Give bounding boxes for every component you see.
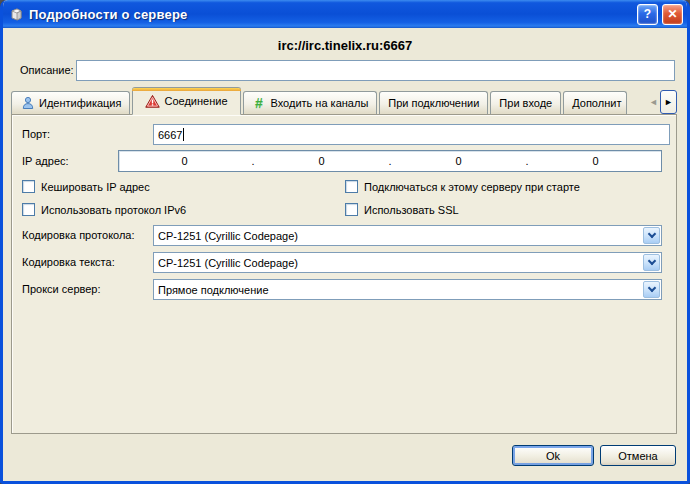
person-icon	[20, 96, 35, 111]
checkbox-row-cache-ip: Кешировать IP адрес	[22, 179, 150, 194]
tab-label: При подключении	[388, 97, 479, 109]
help-button[interactable]: ?	[637, 4, 658, 25]
port-label: Порт:	[22, 128, 50, 140]
proxy-server-value: Прямое подключение	[154, 284, 642, 296]
window-title: Подробности о сервере	[29, 7, 633, 22]
ip-octet-2[interactable]: 0	[256, 155, 387, 167]
protocol-encoding-select[interactable]: CP-1251 (Cyrillic Codepage)	[153, 225, 662, 246]
checkbox-row-ipv6: Использовать протокол IPv6	[22, 202, 186, 217]
ok-button[interactable]: Ok	[512, 445, 594, 466]
chevron-down-icon	[647, 284, 655, 292]
ip-octet-4[interactable]: 0	[530, 155, 661, 167]
tab-connection[interactable]: Соединение	[132, 87, 240, 115]
checkbox-row-connect-at-startup: Подключаться к этому серверу при старте	[345, 179, 580, 194]
close-button[interactable]: ✕	[662, 4, 683, 25]
text-encoding-select[interactable]: CP-1251 (Cyrillic Codepage)	[153, 252, 662, 273]
text-caret	[183, 128, 184, 141]
protocol-encoding-label: Кодировка протокола:	[22, 229, 135, 241]
chevron-down-icon	[647, 230, 655, 238]
server-details-window: Подробности о сервере ? ✕ irc://irc.tine…	[0, 0, 690, 484]
dropdown-button[interactable]	[643, 254, 660, 271]
text-encoding-value: CP-1251 (Cyrillic Codepage)	[154, 257, 642, 269]
ssl-label: Использовать SSL	[364, 204, 459, 216]
tab-label: Соединение	[164, 95, 227, 107]
warning-icon	[145, 94, 160, 109]
cache-ip-checkbox[interactable]	[22, 180, 35, 193]
close-icon: ✕	[667, 8, 677, 20]
channel-hash-icon: #	[252, 96, 267, 111]
ip-address-label: IP адрес:	[22, 155, 69, 167]
titlebar[interactable]: Подробности о сервере ? ✕	[3, 0, 687, 28]
tab-scroll-left-button: ◄	[647, 90, 660, 114]
cancel-button[interactable]: Отмена	[600, 445, 676, 466]
protocol-encoding-value: CP-1251 (Cyrillic Codepage)	[154, 230, 642, 242]
tab-scroll-right-button[interactable]: ►	[660, 90, 677, 114]
port-value: 6667	[158, 129, 182, 141]
ip-address-input[interactable]: 0 . 0 . 0 . 0	[118, 150, 662, 172]
tab-identification[interactable]: Идентификация	[11, 91, 130, 114]
port-input[interactable]: 6667	[153, 124, 670, 145]
tab-on-login[interactable]: При входе	[490, 91, 561, 114]
arrow-right-icon: ►	[664, 97, 673, 107]
tab-label: Дополнит	[572, 97, 621, 109]
tab-advanced[interactable]: Дополнит	[563, 91, 627, 114]
tab-label: Входить на каналы	[271, 97, 369, 109]
tab-bar: Идентификация Соединение # Входить н	[11, 86, 677, 114]
ip-octet-1[interactable]: 0	[119, 155, 250, 167]
tab-scroll-controls: ◄ ►	[647, 90, 677, 114]
tab-label: При входе	[499, 97, 552, 109]
proxy-server-select[interactable]: Прямое подключение	[153, 279, 662, 300]
ipv6-label: Использовать протокол IPv6	[41, 204, 186, 216]
description-label: Описание:	[20, 64, 72, 76]
ipv6-checkbox[interactable]	[22, 203, 35, 216]
cache-ip-label: Кешировать IP адрес	[41, 181, 150, 193]
arrow-left-icon: ◄	[649, 97, 658, 107]
tab-label: Идентификация	[39, 97, 121, 109]
help-icon: ?	[644, 8, 651, 20]
dialog-footer: Ok Отмена	[3, 445, 676, 466]
connection-tab-panel: Порт: 6667 IP адрес: 0 . 0 . 0 . 0 Кешир…	[11, 114, 677, 434]
ssl-checkbox[interactable]	[345, 203, 358, 216]
description-input[interactable]	[76, 60, 675, 81]
checkbox-row-ssl: Использовать SSL	[345, 202, 459, 217]
connect-at-startup-label: Подключаться к этому серверу при старте	[364, 181, 580, 193]
dropdown-button[interactable]	[643, 281, 660, 298]
text-encoding-label: Кодировка текста:	[22, 256, 115, 268]
server-url-heading: irc://irc.tinelix.ru:6667	[3, 28, 687, 55]
chevron-down-icon	[647, 257, 655, 265]
dropdown-button[interactable]	[643, 227, 660, 244]
ip-octet-3[interactable]: 0	[393, 155, 524, 167]
tab-on-connect[interactable]: При подключении	[379, 91, 488, 114]
tab-join-channels[interactable]: # Входить на каналы	[243, 91, 378, 114]
dialog-body: irc://irc.tinelix.ru:6667 Описание: Иден…	[3, 28, 687, 481]
window-icon	[8, 6, 25, 23]
proxy-server-label: Прокси сервер:	[22, 283, 101, 295]
connect-at-startup-checkbox[interactable]	[345, 180, 358, 193]
description-row: Описание:	[20, 59, 675, 81]
